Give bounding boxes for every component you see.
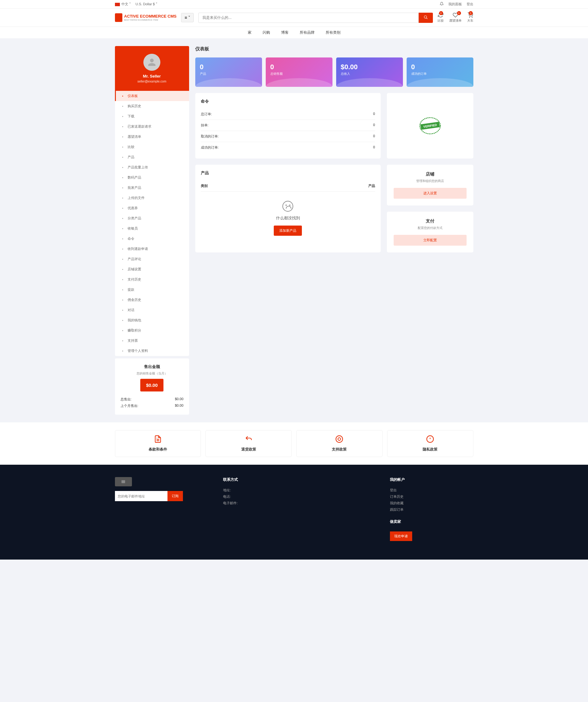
- nav-link[interactable]: 博客: [281, 30, 288, 35]
- nav-link[interactable]: 所有品牌: [300, 30, 315, 35]
- user-name: Mr. Seller: [120, 74, 185, 79]
- menu-item[interactable]: 支持票: [115, 336, 189, 346]
- menu-item[interactable]: 支付历史: [115, 274, 189, 284]
- footer-link[interactable]: 登出: [390, 487, 473, 493]
- svg-point-24: [122, 320, 123, 321]
- stat-card: 0成功的订单: [406, 57, 473, 87]
- svg-point-5: [122, 126, 123, 127]
- menu-item[interactable]: 比较: [115, 142, 189, 152]
- menu-item[interactable]: 分类产品: [115, 213, 189, 223]
- menu-item[interactable]: 上传的文件: [115, 193, 189, 203]
- verified-badge-icon: VERIFIED: [416, 115, 444, 137]
- footer-phone: 电话:: [223, 493, 307, 500]
- user-email: seller@example.com: [120, 80, 185, 83]
- menu-item[interactable]: 收到退款申请: [115, 244, 189, 254]
- svg-point-1: [472, 17, 472, 18]
- svg-point-16: [122, 238, 123, 239]
- menu-item[interactable]: 店铺设置: [115, 264, 189, 274]
- footer-link[interactable]: 订单历史: [390, 493, 473, 500]
- svg-point-22: [122, 300, 123, 300]
- menu-item[interactable]: 产品批量上传: [115, 162, 189, 172]
- menu-item[interactable]: 数码产品: [115, 172, 189, 183]
- menu-item[interactable]: 购买历史: [115, 101, 189, 111]
- sidebar-menu: 仪表板购买历史下载已发送退款请求愿望清单比较产品产品批量上传数码产品批发产品上传…: [115, 91, 189, 356]
- menu-item[interactable]: 管理个人资料: [115, 346, 189, 356]
- wishlist-link[interactable]: 0愿望清单: [449, 12, 462, 23]
- menu-item[interactable]: 产品: [115, 152, 189, 162]
- svg-point-2: [122, 96, 123, 96]
- policy-link[interactable]: 条款和条件: [115, 430, 201, 457]
- search-button[interactable]: [419, 13, 433, 23]
- footer-link[interactable]: 我的收藏: [390, 500, 473, 506]
- menu-item[interactable]: 佣金历史: [115, 295, 189, 305]
- nav-link[interactable]: 家: [248, 30, 251, 35]
- svg-point-26: [122, 340, 123, 341]
- svg-point-20: [122, 279, 123, 280]
- menu-item[interactable]: 对话: [115, 305, 189, 315]
- menu-item[interactable]: 我的钱包: [115, 315, 189, 325]
- menu-item[interactable]: 收银员: [115, 223, 189, 234]
- menu-item[interactable]: 已发送退款请求: [115, 121, 189, 132]
- stat-card: 0总销售额: [266, 57, 333, 87]
- svg-point-25: [122, 330, 123, 331]
- stat-card: 0产品: [195, 57, 262, 87]
- footer-link[interactable]: 跟踪订单: [390, 506, 473, 513]
- policy-link[interactable]: 退货政策: [206, 430, 292, 457]
- category-toggle[interactable]: ≡ ˅: [181, 13, 194, 22]
- newsletter-input[interactable]: [115, 491, 167, 501]
- user-card: Mr. Seller seller@example.com: [115, 46, 189, 91]
- subscribe-button[interactable]: 订阅: [167, 491, 183, 501]
- compare-link[interactable]: 0比较: [438, 12, 444, 23]
- orders-card: 命令 总订单:0挂单:0取消的订单:0成功的订单:0: [195, 93, 381, 158]
- stat-card: $0.00总收入: [336, 57, 403, 87]
- nav-link[interactable]: 闪购: [263, 30, 270, 35]
- footer-email: 电子邮件:: [223, 500, 307, 506]
- bell-icon[interactable]: [440, 2, 444, 6]
- menu-item[interactable]: 优惠券: [115, 203, 189, 213]
- svg-point-19: [122, 269, 123, 270]
- menu-item[interactable]: 赚取积分: [115, 325, 189, 336]
- svg-rect-36: [121, 480, 125, 483]
- menu-item[interactable]: 愿望清单: [115, 132, 189, 142]
- shop-settings-button[interactable]: 进入设置: [394, 188, 467, 199]
- nav-link[interactable]: 所有类别: [326, 30, 341, 35]
- policy-link[interactable]: 支持政策: [296, 430, 382, 457]
- logo[interactable]: ACTIVE ECOMMERCE CMSBEST RATED ECOMMERCE…: [115, 13, 177, 22]
- logout-link[interactable]: 登出: [467, 2, 473, 6]
- currency-selector[interactable]: U.S. Dollar $ ˅: [136, 2, 157, 6]
- menu-item[interactable]: 下载: [115, 111, 189, 121]
- svg-point-15: [122, 228, 123, 229]
- cart-link[interactable]: 0大车: [467, 12, 473, 23]
- svg-point-18: [122, 259, 123, 259]
- order-row: 挂单:0: [201, 120, 375, 131]
- svg-point-31: [336, 436, 343, 443]
- svg-point-6: [122, 136, 123, 137]
- menu-item[interactable]: 批发产品: [115, 183, 189, 193]
- verified-card: VERIFIED: [387, 93, 473, 158]
- apply-seller-button[interactable]: 现在申请: [390, 532, 412, 541]
- avatar: [143, 54, 160, 71]
- svg-point-23: [122, 310, 123, 311]
- footer-address: 地址:: [223, 487, 307, 493]
- svg-point-3: [122, 106, 123, 107]
- payment-config-button[interactable]: 立即配置: [394, 235, 467, 246]
- svg-point-8: [122, 157, 123, 157]
- svg-point-10: [122, 177, 123, 178]
- policy-link[interactable]: 隐私政策: [387, 430, 473, 457]
- menu-item[interactable]: 产品评论: [115, 254, 189, 264]
- svg-point-12: [122, 198, 123, 198]
- language-selector[interactable]: 中文 ˅: [115, 2, 131, 6]
- menu-item[interactable]: 仪表板: [115, 91, 189, 101]
- add-product-button[interactable]: 添加新产品: [274, 226, 302, 236]
- svg-point-0: [469, 17, 470, 18]
- search-input[interactable]: [198, 13, 419, 23]
- menu-item[interactable]: 提款: [115, 284, 189, 295]
- sales-box: 售出金额 您的销售金额（当月） $0.00 总售出:$0.00 上个月售出:$0…: [115, 358, 189, 415]
- svg-point-27: [122, 350, 123, 351]
- svg-point-13: [122, 208, 123, 209]
- svg-point-7: [122, 146, 123, 147]
- my-panel-link[interactable]: 我的面板: [448, 2, 462, 6]
- shop-card: 店铺 管理和组织您的商店 进入设置: [387, 165, 473, 206]
- menu-item[interactable]: 命令: [115, 234, 189, 244]
- svg-point-21: [122, 289, 123, 290]
